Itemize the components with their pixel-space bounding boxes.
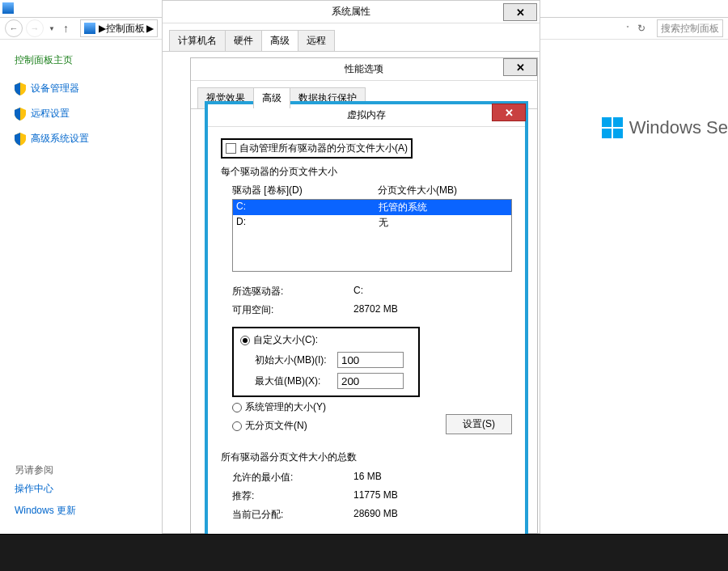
radio-no-paging[interactable]: 无分页文件(N) bbox=[232, 419, 446, 433]
tab-hardware[interactable]: 硬件 bbox=[225, 30, 262, 51]
custom-size-label: 自定义大小(C): bbox=[253, 333, 318, 347]
sidebar-item-label: 远程设置 bbox=[31, 107, 70, 121]
radio-icon[interactable] bbox=[240, 336, 250, 345]
col-drive-label: 驱动器 [卷标](D) bbox=[232, 184, 378, 197]
auto-manage-label: 自动管理所有驱动器的分页文件大小(A) bbox=[239, 142, 408, 155]
history-dropdown-icon[interactable]: ▼ bbox=[47, 25, 57, 32]
drive-name: D: bbox=[236, 216, 379, 230]
radio-icon[interactable] bbox=[232, 403, 242, 412]
breadcrumb-arrow-icon: ▶ bbox=[146, 23, 154, 34]
sidebar-item-label: 高级系统设置 bbox=[31, 132, 89, 146]
custom-size-group: 自定义大小(C): 初始大小(MB)(I): 最大值(MB)(X): bbox=[232, 327, 420, 397]
sidebar-item-device-manager[interactable]: 设备管理器 bbox=[15, 82, 147, 95]
checkbox-icon[interactable] bbox=[226, 143, 236, 154]
available-space-label: 可用空间: bbox=[232, 303, 353, 317]
dialog-title: 性能选项 bbox=[345, 62, 383, 76]
close-button[interactable]: ✕ bbox=[503, 3, 537, 21]
currently-allocated-label: 当前已分配: bbox=[232, 508, 353, 522]
max-size-input[interactable] bbox=[337, 373, 404, 389]
initial-size-label: 初始大小(MB)(I): bbox=[240, 353, 337, 367]
breadcrumb-text: 控制面板 bbox=[106, 22, 145, 36]
set-button[interactable]: 设置(S) bbox=[446, 414, 512, 434]
breadcrumb[interactable]: ▶ 控制面板 ▶ bbox=[80, 19, 158, 37]
close-button[interactable]: ✕ bbox=[503, 58, 537, 76]
windows-branding: Windows Se bbox=[602, 117, 728, 138]
dialog-body: 自动管理所有驱动器的分页文件大小(A) 每个驱动器的分页文件大小 驱动器 [卷标… bbox=[208, 127, 525, 568]
min-allowed-value: 16 MB bbox=[353, 471, 382, 484]
virtual-memory-dialog: 虚拟内存 ✕ 自动管理所有驱动器的分页文件大小(A) 每个驱动器的分页文件大小 … bbox=[205, 101, 528, 571]
close-button[interactable]: ✕ bbox=[492, 104, 526, 121]
dialog-titlebar: 性能选项 ✕ bbox=[191, 58, 537, 81]
tab-advanced[interactable]: 高级 bbox=[253, 87, 290, 108]
shield-icon bbox=[15, 82, 26, 95]
no-paging-label: 无分页文件(N) bbox=[245, 419, 307, 433]
back-button[interactable]: ← bbox=[5, 19, 23, 37]
sidebar-item-remote-settings[interactable]: 远程设置 bbox=[15, 107, 147, 121]
recommended-value: 11775 MB bbox=[353, 489, 398, 503]
max-size-label: 最大值(MB)(X): bbox=[240, 374, 337, 388]
tab-remote[interactable]: 远程 bbox=[298, 30, 335, 51]
selected-drive-label: 所选驱动器: bbox=[232, 285, 353, 298]
radio-system-managed[interactable]: 系统管理的大小(Y) bbox=[232, 400, 512, 414]
system-managed-label: 系统管理的大小(Y) bbox=[245, 400, 326, 414]
drive-size: 托管的系统 bbox=[379, 201, 427, 214]
sidebar-item-label: 设备管理器 bbox=[31, 82, 79, 95]
currently-allocated-value: 28690 MB bbox=[353, 508, 398, 522]
radio-custom-size[interactable]: 自定义大小(C): bbox=[240, 333, 412, 347]
forward-button[interactable]: → bbox=[26, 19, 44, 37]
drive-size: 无 bbox=[379, 216, 388, 230]
sidebar-item-advanced-system[interactable]: 高级系统设置 bbox=[15, 132, 147, 146]
control-panel-icon bbox=[84, 23, 95, 34]
selected-drive-value: C: bbox=[353, 285, 363, 298]
tab-advanced[interactable]: 高级 bbox=[261, 30, 298, 51]
sidebar-title: 控制面板主页 bbox=[15, 53, 147, 67]
drive-name: C: bbox=[236, 201, 379, 214]
drive-row[interactable]: C: 托管的系统 bbox=[233, 200, 511, 215]
sidebar: 控制面板主页 设备管理器 远程设置 高级系统设置 另请参阅 操作中心 Windo… bbox=[0, 40, 162, 534]
available-space-value: 28702 MB bbox=[353, 303, 398, 317]
search-input[interactable]: 搜索控制面板 bbox=[657, 19, 723, 37]
radio-icon[interactable] bbox=[232, 421, 242, 431]
shield-icon bbox=[15, 108, 26, 121]
tab-computer-name[interactable]: 计算机名 bbox=[169, 30, 226, 51]
windows-logo-icon bbox=[602, 117, 623, 138]
address-dropdown-icon[interactable]: ˅ bbox=[624, 25, 631, 32]
col-size-label: 分页文件大小(MB) bbox=[378, 184, 457, 197]
each-drive-group-label: 每个驱动器的分页文件大小 bbox=[221, 165, 512, 179]
sidebar-item-action-center[interactable]: 操作中心 bbox=[15, 482, 76, 496]
dialog-titlebar: 系统属性 ✕ bbox=[163, 1, 540, 23]
initial-size-input[interactable] bbox=[337, 352, 404, 368]
auto-manage-checkbox-row[interactable]: 自动管理所有驱动器的分页文件大小(A) bbox=[221, 138, 413, 159]
min-allowed-label: 允许的最小值: bbox=[232, 471, 353, 484]
totals-group: 所有驱动器分页文件大小的总数 允许的最小值:16 MB 推荐:11775 MB … bbox=[221, 450, 512, 522]
dialog-title: 虚拟内存 bbox=[347, 108, 386, 122]
sidebar-item-windows-update[interactable]: Windows 更新 bbox=[15, 504, 76, 518]
shield-icon bbox=[15, 133, 26, 146]
recommended-label: 推荐: bbox=[232, 489, 353, 503]
totals-group-label: 所有驱动器分页文件大小的总数 bbox=[221, 450, 512, 464]
window-icon bbox=[2, 2, 14, 14]
taskbar[interactable] bbox=[0, 534, 728, 571]
tab-bar: 计算机名 硬件 高级 远程 bbox=[163, 23, 540, 52]
branding-text: Windows Se bbox=[629, 117, 728, 138]
drive-row[interactable]: D: 无 bbox=[233, 215, 511, 231]
drive-list[interactable]: C: 托管的系统 D: 无 bbox=[232, 199, 512, 272]
up-button[interactable]: ↑ bbox=[60, 22, 72, 35]
refresh-icon[interactable]: ↻ bbox=[634, 21, 649, 36]
breadcrumb-arrow-icon: ▶ bbox=[99, 23, 106, 34]
drive-list-header: 驱动器 [卷标](D) 分页文件大小(MB) bbox=[232, 184, 512, 197]
dialog-title: 系统属性 bbox=[332, 5, 370, 19]
